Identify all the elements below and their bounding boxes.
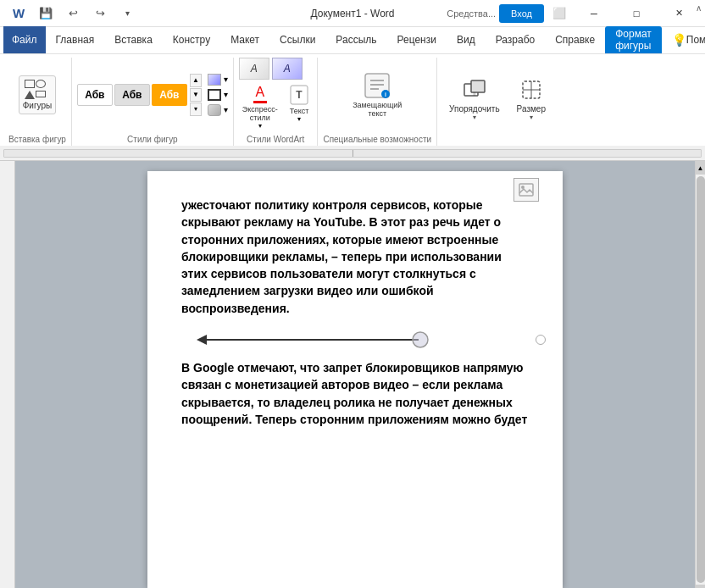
group-insert-shapes-label: Вставка фигур (8, 133, 66, 146)
tab-home[interactable]: Главная (46, 26, 105, 53)
save-icon[interactable]: 💾 (34, 4, 58, 23)
undo-icon[interactable]: ↩ (61, 4, 85, 23)
size-button[interactable]: Размер ▾ (510, 74, 552, 125)
outline-button[interactable]: ▾ (208, 89, 228, 101)
group-content: Фигуры (19, 58, 56, 133)
document-title: Документ1 - Word (310, 8, 394, 19)
customize-icon[interactable]: ▾ (115, 4, 139, 23)
doc-area: ужесточают политику контроля сервисов, к… (0, 161, 705, 588)
tab-links[interactable]: Ссылки (269, 26, 325, 53)
tab-layout[interactable]: Макет (220, 26, 269, 53)
style-scroll-up[interactable]: ▲ (190, 74, 202, 87)
svg-text:T: T (296, 89, 303, 101)
doc-scroll-area[interactable]: ужесточают политику контроля сервисов, к… (15, 161, 695, 588)
vertical-ruler (0, 161, 15, 588)
style-scroll-down[interactable]: ▼ (190, 88, 202, 102)
shape-style-2[interactable]: Абв (114, 84, 150, 106)
text-block-1: ужесточают политику контроля сервисов, к… (181, 197, 529, 317)
vhod-button[interactable]: Вход (499, 4, 544, 23)
tab-format[interactable]: Формат фигуры (605, 26, 662, 53)
arrange-icon: ≡ (462, 77, 487, 103)
wordart-style-b[interactable]: А (272, 58, 303, 80)
group-shape-styles-label: Стили фигур (77, 133, 228, 146)
zamesh-icon: i (364, 72, 391, 99)
tab-mailing[interactable]: Рассыль (325, 26, 386, 53)
arrange-button[interactable]: ≡ Упорядочить ▾ (442, 74, 507, 125)
tab-bar: Файл Главная Вставка Констру Макет Ссылк… (0, 27, 705, 54)
word-logo-icon: W (7, 4, 31, 23)
express-styles-button[interactable]: А Экспресс-стили ▾ (239, 83, 281, 131)
right-handle[interactable] (536, 335, 546, 345)
title-bar-right: Средства... Вход ⬜ ─ □ ✕ (447, 0, 698, 27)
tab-insert[interactable]: Вставка (104, 26, 163, 53)
wordart-styles-row: А А (239, 58, 303, 80)
group-shape-styles: Абв Абв Абв ▲ ▼ ▾ ▾ (72, 58, 234, 146)
svg-text:i: i (385, 92, 386, 97)
style-buttons: Абв Абв Абв (77, 84, 187, 106)
scroll-down-btn[interactable]: ▼ (696, 585, 706, 588)
group-content: i Замещающийтекст (344, 58, 410, 133)
svg-text:≡: ≡ (473, 92, 476, 97)
svg-point-18 (413, 332, 428, 347)
fill-button[interactable]: ▾ (208, 74, 228, 86)
style-scroll-expand[interactable]: ▾ (190, 103, 202, 116)
svg-rect-9 (471, 80, 485, 92)
group-wordart: А А А Экспресс-стили ▾ T (234, 58, 319, 146)
shapes-button[interactable]: Фигуры (19, 75, 56, 114)
title-bar-left: W 💾 ↩ ↪ ▾ (7, 4, 139, 23)
image-placeholder[interactable] (513, 178, 539, 202)
style-fill-outline: ▾ ▾ ▾ (208, 74, 228, 116)
tab-service[interactable]: Справке (545, 26, 605, 53)
group-content: А А А Экспресс-стили ▾ T (239, 58, 313, 133)
minimize-button[interactable]: ─ (575, 0, 613, 27)
group-special: i Замещающийтекст Специальные возможност… (318, 58, 437, 146)
text-button[interactable]: T Текст ▾ (286, 83, 313, 131)
shape-style-3[interactable]: Абв (152, 84, 187, 106)
styles-container: Абв Абв Абв ▲ ▼ ▾ ▾ (77, 74, 228, 116)
zamesh-button[interactable]: i Замещающийтекст (344, 69, 410, 121)
arrange-label: Упорядочить (449, 104, 500, 114)
shapes-icon (25, 80, 50, 99)
wordart-controls: А А А Экспресс-стили ▾ T (239, 58, 313, 131)
horizontal-ruler (3, 149, 702, 158)
text-icon: T (290, 85, 308, 105)
doc-page: ужесточают политику контроля сервисов, к… (147, 171, 563, 588)
size-label: Размер (517, 104, 546, 114)
ruler-area (0, 146, 705, 161)
wordart-buttons: А Экспресс-стили ▾ T Текст ▾ (239, 83, 313, 131)
image-icon (519, 183, 534, 197)
tab-review[interactable]: Рецензи (387, 26, 447, 53)
close-button[interactable]: ✕ (659, 0, 698, 27)
vertical-scrollbar[interactable]: ▲ ▼ (695, 161, 705, 588)
svg-marker-17 (197, 335, 207, 345)
shape-style-1[interactable]: Абв (77, 84, 113, 106)
scrollbar-thumb[interactable] (697, 176, 705, 583)
tab-file[interactable]: Файл (3, 26, 46, 53)
maximize-button[interactable]: □ (617, 0, 656, 27)
title-bar: W 💾 ↩ ↪ ▾ Документ1 - Word Средства... В… (0, 0, 705, 27)
group-wordart-label: Стили WordArt (239, 133, 313, 146)
size-icon (519, 77, 544, 103)
wordart-style-a[interactable]: А (239, 58, 269, 80)
arrow-svg (181, 327, 436, 352)
tab-help[interactable]: 💡 Помощи (662, 26, 705, 53)
title-bar-title: Документ1 - Word (310, 8, 394, 19)
shapes-label: Фигуры (23, 101, 52, 110)
group-content: ≡ Упорядочить ▾ Размер ▾ (442, 58, 552, 142)
group-special-label: Специальные возможности (323, 133, 431, 146)
tab-view[interactable]: Вид (447, 26, 486, 53)
group-content: Абв Абв Абв ▲ ▼ ▾ ▾ (77, 58, 228, 133)
ribbon: Фигуры Вставка фигур Абв Абв Абв ▲ ▼ ▾ (0, 54, 705, 146)
scroll-up-btn[interactable]: ▲ (696, 161, 706, 175)
collapse-ribbon-icon[interactable]: ∧ (696, 3, 702, 13)
styles-scroll-arrows: ▲ ▼ ▾ (190, 74, 202, 116)
tab-develop[interactable]: Разрабо (486, 26, 546, 53)
svg-rect-14 (519, 184, 533, 196)
ribbon-options-icon[interactable]: ⬜ (547, 4, 571, 23)
redo-icon[interactable]: ↪ (88, 4, 112, 23)
arrow-shape[interactable] (181, 327, 529, 352)
group-arrange: ≡ Упорядочить ▾ Размер ▾ (437, 58, 558, 146)
tab-construct[interactable]: Констру (163, 26, 220, 53)
group-insert-shapes: Фигуры Вставка фигур (3, 58, 72, 146)
effects-button[interactable]: ▾ (208, 104, 228, 116)
